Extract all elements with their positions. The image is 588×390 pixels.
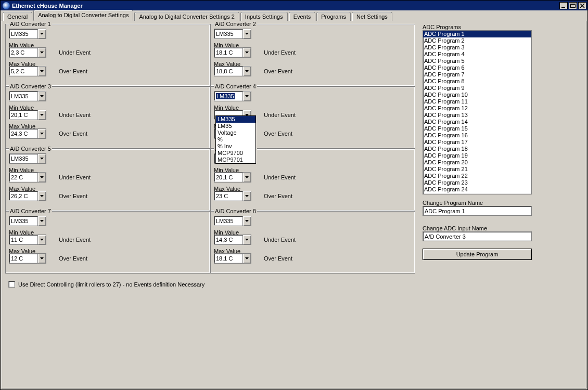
dropdown-option[interactable]: % Inv <box>216 143 255 150</box>
list-item[interactable]: ADC Program 13 <box>423 112 531 119</box>
svg-marker-13 <box>40 133 44 135</box>
svg-marker-11 <box>40 95 44 97</box>
list-item[interactable]: ADC Program 6 <box>423 64 531 71</box>
dropdown-option[interactable]: Voltage <box>216 129 255 136</box>
under-event-label: Under Event <box>59 174 91 180</box>
converter-5-type-combo[interactable]: LM335 <box>9 153 46 164</box>
converter-8-min-combo[interactable]: 14,3 C <box>214 235 251 245</box>
adc-programs-label: ADC Programs <box>423 24 580 30</box>
maximize-button[interactable] <box>569 2 577 9</box>
converter-3-max-combo[interactable]: 24,3 C <box>9 128 46 139</box>
converter-5-max-combo[interactable]: 26,2 C <box>9 191 46 201</box>
client-area: GeneralAnalog to Digital Converter Setti… <box>1 10 587 389</box>
adc-programs-listbox[interactable]: ADC Program 1ADC Program 2ADC Program 3A… <box>423 30 532 194</box>
chevron-down-icon <box>37 173 46 182</box>
list-item[interactable]: ADC Program 19 <box>423 152 531 159</box>
converter-4-type-combo-value: LM335 <box>216 93 235 99</box>
converter-8-type-combo-value: LM335 <box>216 218 234 224</box>
minimize-button[interactable] <box>559 2 568 9</box>
chevron-down-icon <box>37 67 46 76</box>
converter-2-type-combo[interactable]: LM335 <box>214 29 251 39</box>
tab-analog-to-digital-converter-settings[interactable]: Analog to Digital Converter Settings <box>33 10 133 21</box>
tab-inputs-settings[interactable]: Inputs Settings <box>240 12 288 21</box>
converter-8-type-combo[interactable]: LM335 <box>214 216 251 226</box>
chevron-down-icon <box>242 173 251 182</box>
converter-8-max-combo[interactable]: 18,1 C <box>214 253 251 264</box>
list-item[interactable]: ADC Program 11 <box>423 98 531 105</box>
svg-marker-26 <box>245 220 249 222</box>
converter-6-max-combo-value: 23 C <box>216 193 228 199</box>
tab-programs[interactable]: Programs <box>316 12 351 21</box>
converter-3-min-combo[interactable]: 20,1 C <box>9 110 46 120</box>
list-item[interactable]: ADC Program 12 <box>423 105 531 112</box>
chevron-down-icon <box>37 129 46 138</box>
tab-net-settings[interactable]: Net Settings <box>352 12 392 21</box>
list-item[interactable]: ADC Program 5 <box>423 58 531 64</box>
dropdown-option[interactable]: % <box>216 136 255 143</box>
converter-3-type-combo[interactable]: LM335 <box>9 91 46 101</box>
tab-analog-to-digital-converter-settings-2[interactable]: Analog to Digital Converter Settings 2 <box>134 12 239 21</box>
list-item[interactable]: ADC Program 21 <box>423 166 531 173</box>
list-item[interactable]: ADC Program 20 <box>423 159 531 166</box>
converter-6-min-combo[interactable]: 20,1 C <box>214 172 251 183</box>
converter-7-max-combo[interactable]: 12 C <box>9 253 46 264</box>
converter-2-max-combo[interactable]: 18,8 C <box>214 66 251 76</box>
list-item[interactable]: ADC Program 17 <box>423 139 531 146</box>
list-item[interactable]: ADC Program 1 <box>423 31 531 37</box>
converter-1-type-combo[interactable]: LM335 <box>9 29 46 39</box>
under-event-label: Under Event <box>264 237 296 243</box>
dropdown-option[interactable]: LM335 <box>216 116 255 123</box>
chevron-down-icon <box>37 191 46 201</box>
use-direct-checkbox[interactable] <box>8 281 15 288</box>
tab-page: A/D Converter 1LM335Min Value2,3 CUnder … <box>2 21 586 388</box>
use-direct-label: Use Direct Controlling (limit rollers to… <box>18 281 204 288</box>
list-item[interactable]: ADC Program 23 <box>423 179 531 186</box>
converter-1-min-combo[interactable]: 2,3 C <box>9 47 46 58</box>
chevron-down-icon <box>242 67 251 76</box>
converter-7-min-combo[interactable]: 11 C <box>9 235 46 245</box>
dropdown-option[interactable]: MCP9700 <box>216 150 255 157</box>
converter-2-type-combo-value: LM335 <box>216 31 234 37</box>
tab-general[interactable]: General <box>3 12 32 21</box>
under-event-label: Under Event <box>264 49 296 56</box>
converter-7-type-combo[interactable]: LM335 <box>9 216 46 226</box>
chevron-down-icon <box>37 235 46 244</box>
list-item[interactable]: ADC Program 7 <box>423 71 531 78</box>
list-item[interactable]: ADC Program 14 <box>423 119 531 125</box>
list-item[interactable]: ADC Program 2 <box>423 37 531 44</box>
sensor-type-dropdown-popup[interactable]: LM335LM35Voltage%% InvMCP9700MCP9701 <box>215 115 256 164</box>
list-item[interactable]: ADC Program 15 <box>423 125 531 132</box>
converter-4-type-combo[interactable]: LM335 <box>214 91 251 101</box>
converter-3-min-combo-value: 20,1 C <box>11 112 28 118</box>
list-item[interactable]: ADC Program 18 <box>423 146 531 152</box>
converter-6-max-combo[interactable]: 23 C <box>214 191 251 201</box>
list-item[interactable]: ADC Program 16 <box>423 132 531 139</box>
list-item[interactable]: ADC Program 4 <box>423 51 531 58</box>
over-event-label: Over Event <box>264 255 292 262</box>
list-item[interactable]: ADC Program 3 <box>423 44 531 51</box>
chevron-down-icon <box>37 154 46 163</box>
chevron-down-icon <box>242 254 251 263</box>
tab-events[interactable]: Events <box>289 12 316 21</box>
converter-2-min-combo[interactable]: 18,1 C <box>214 47 251 58</box>
converter-5-min-combo-value: 22 C <box>11 174 23 180</box>
dropdown-option[interactable]: MCP9701 <box>216 157 255 163</box>
adc-input-name-input[interactable] <box>423 231 532 241</box>
program-name-input[interactable] <box>423 206 532 216</box>
list-item[interactable]: ADC Program 9 <box>423 85 531 92</box>
converter-1-max-combo[interactable]: 5,2 C <box>9 66 46 76</box>
list-item[interactable]: ADC Program 22 <box>423 173 531 179</box>
converter-1-group: A/D Converter 1LM335Min Value2,3 CUnder … <box>5 24 210 86</box>
svg-marker-18 <box>40 176 44 178</box>
tab-strip: GeneralAnalog to Digital Converter Setti… <box>1 10 587 21</box>
close-button[interactable] <box>578 2 586 9</box>
svg-marker-28 <box>245 257 249 259</box>
converter-8-group: A/D Converter 8LM335Min Value14,3 CUnder… <box>210 211 415 274</box>
list-item[interactable]: ADC Program 8 <box>423 78 531 85</box>
list-item[interactable]: ADC Program 24 <box>423 186 531 193</box>
update-program-button[interactable]: Update Program <box>423 249 532 260</box>
converter-5-min-combo[interactable]: 22 C <box>9 172 46 183</box>
converter-2-max-combo-value: 18,8 C <box>216 68 233 74</box>
dropdown-option[interactable]: LM35 <box>216 123 255 129</box>
list-item[interactable]: ADC Program 10 <box>423 92 531 98</box>
